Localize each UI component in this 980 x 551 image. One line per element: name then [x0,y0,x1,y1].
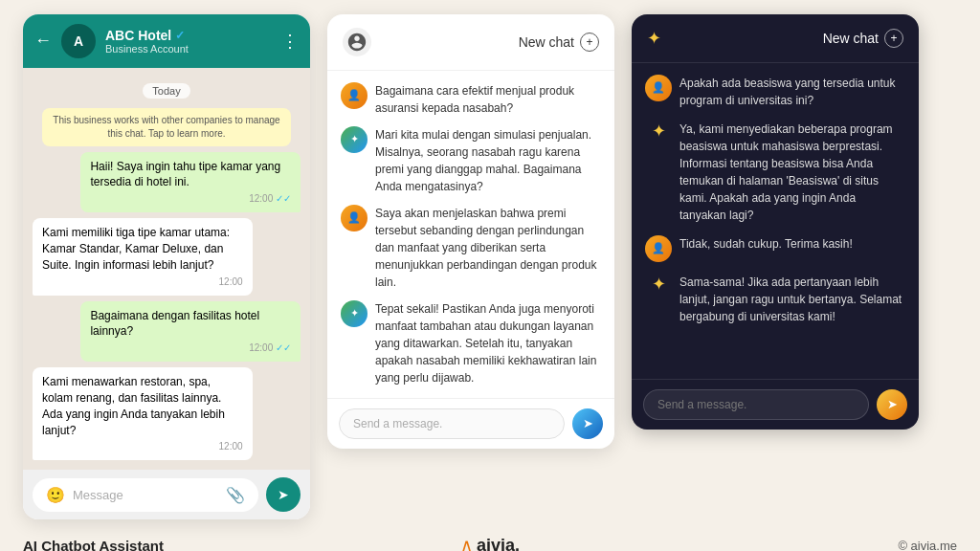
aivia-dark-header: ✦ New chat + [632,14,919,63]
wa-verified-icon: ✓ [175,29,185,42]
aivia-dark-input[interactable]: Send a message. [643,389,869,420]
wa-avatar: A [61,24,96,58]
wa-body: Today This business works with other com… [23,68,310,471]
aivia-light-header-right: New chat + [519,33,599,52]
wa-msg-row-4: Kami menawarkan restoran, spa, kolam ren… [33,367,301,460]
aivia-dark-bot-msg-1: Ya, kami menyediakan beberapa program be… [679,121,905,224]
aivia-dark-new-chat-button[interactable]: + [884,29,903,48]
wa-footer: 🙂 Message 📎 ➤ [23,470,310,519]
aivia-light-panel: New chat + 👤 Bagaimana cara efektif menj… [327,14,614,449]
aivia-light-msg-row-4: ✦ Tepat sekali! Pastikan Anda juga menyo… [341,300,601,386]
aivia-brand-icon: ∧ [460,535,473,551]
aivia-light-msg-row-2: ✦ Mari kita mulai dengan simulasi penjua… [341,126,601,195]
aivia-dark-msg-row-2: ✦ Ya, kami menyediakan beberapa program … [645,121,905,224]
aivia-dark-msg-row-4: ✦ Sama-sama! Jika ada pertanyaan lebih l… [645,274,905,325]
aivia-dark-new-chat-label: New chat [823,31,879,46]
aivia-dark-logo-icon: ✦ [647,28,661,49]
wa-bubble-received-2: Kami menawarkan restoran, spa, kolam ren… [33,367,253,460]
wa-bubble-sent-2: Bagaimana dengan fasilitas hotel lainnya… [80,301,301,363]
footer-center-brand: ∧ aivia. [346,535,634,551]
wa-menu-icon[interactable]: ⋮ [281,31,299,52]
aivia-light-user-msg-2: Saya akan menjelaskan bahwa premi terseb… [375,205,601,291]
aivia-dark-body: 👤 Apakah ada beasiswa yang tersedia untu… [632,63,919,379]
wa-header: ← A ABC Hotel ✓ Business Account ⋮ [23,14,310,68]
aivia-dark-footer: Send a message. ➤ [632,379,919,430]
aivia-light-user-avatar-2: 👤 [341,205,368,231]
bottom-labels: AI Chatbot Assistant ∧ aivia. © aivia.me [0,529,980,551]
wa-contact-info: ABC Hotel ✓ Business Account [105,28,272,55]
wa-bubble-received-1: Kami memiliki tiga tipe kamar utama: Kam… [33,218,253,295]
main-container: ← A ABC Hotel ✓ Business Account ⋮ Today… [0,0,980,529]
wa-msg-row-2: Kami memiliki tiga tipe kamar utama: Kam… [33,218,301,295]
wa-msg-row-3: Bagaimana dengan fasilitas hotel lainnya… [33,301,301,363]
aivia-light-send-button[interactable]: ➤ [572,408,603,439]
aivia-logo-icon [343,28,371,56]
aivia-light-body: 👤 Bagaimana cara efektif menjual produk … [327,71,614,398]
aivia-light-bot-msg-1: Mari kita mulai dengan simulasi penjuala… [375,126,601,195]
aivia-dark-user-avatar-1: 👤 [645,75,672,101]
aivia-dark-send-button[interactable]: ➤ [877,389,907,420]
aivia-light-new-chat-button[interactable]: + [580,33,599,52]
aivia-brand-name: aivia. [477,536,520,551]
aivia-light-input[interactable]: Send a message. [339,408,565,439]
footer-left-label: AI Chatbot Assistant [23,538,310,551]
wa-system-msg: This business works with other companies… [42,108,291,146]
aivia-light-bot-avatar-1: ✦ [341,126,368,153]
aivia-light-user-msg-1: Bagaimana cara efektif menjual produk as… [375,82,601,117]
emoji-icon[interactable]: 🙂 [46,486,65,504]
aivia-dark-user-avatar-2: 👤 [645,235,672,262]
aivia-dark-panel: ✦ New chat + 👤 Apakah ada beasiswa yang … [632,14,919,430]
wa-contact-sub: Business Account [105,43,272,55]
aivia-dark-user-msg-1: Apakah ada beasiswa yang tersedia untuk … [679,75,905,109]
aivia-dark-msg-row-3: 👤 Tidak, sudah cukup. Terima kasih! [645,235,905,262]
aivia-dark-bot-avatar-1: ✦ [645,121,672,142]
aivia-light-footer: Send a message. ➤ [327,398,614,449]
wa-bubble-sent-1: Haii! Saya ingin tahu tipe kamar yang te… [80,152,301,213]
aivia-light-msg-row-1: 👤 Bagaimana cara efektif menjual produk … [341,82,601,117]
aivia-dark-header-right: New chat + [823,29,903,48]
aivia-light-bot-avatar-2: ✦ [341,300,368,327]
wa-date-badge: Today [33,81,301,99]
wa-send-button[interactable]: ➤ [266,477,301,512]
wa-input-placeholder: Message [73,488,218,502]
wa-msg-row-1: Haii! Saya ingin tahu tipe kamar yang te… [33,152,301,213]
back-icon[interactable]: ← [34,31,52,51]
footer-right-copyright: © aivia.me [670,539,957,551]
openai-svg-icon [346,32,368,53]
aivia-light-msg-row-3: 👤 Saya akan menjelaskan bahwa premi ters… [341,205,601,291]
aivia-dark-bot-msg-2: Sama-sama! Jika ada pertanyaan lebih lan… [679,274,905,325]
aivia-light-bot-msg-2: Tepat sekali! Pastikan Anda juga menyoro… [375,300,601,386]
aivia-brand-logo: ∧ aivia. [460,535,520,551]
wa-input-box[interactable]: 🙂 Message 📎 [33,478,258,512]
wa-contact-name: ABC Hotel ✓ [105,28,272,43]
aivia-dark-user-msg-2: Tidak, sudah cukup. Terima kasih! [679,235,905,253]
aivia-light-new-chat-label: New chat [519,34,574,50]
aivia-light-header: New chat + [327,14,614,71]
attachment-icon[interactable]: 📎 [226,486,245,504]
aivia-dark-msg-row-1: 👤 Apakah ada beasiswa yang tersedia untu… [645,75,905,109]
whatsapp-panel: ← A ABC Hotel ✓ Business Account ⋮ Today… [23,14,310,520]
aivia-light-user-avatar-1: 👤 [341,82,368,109]
aivia-dark-bot-avatar-2: ✦ [645,274,672,295]
